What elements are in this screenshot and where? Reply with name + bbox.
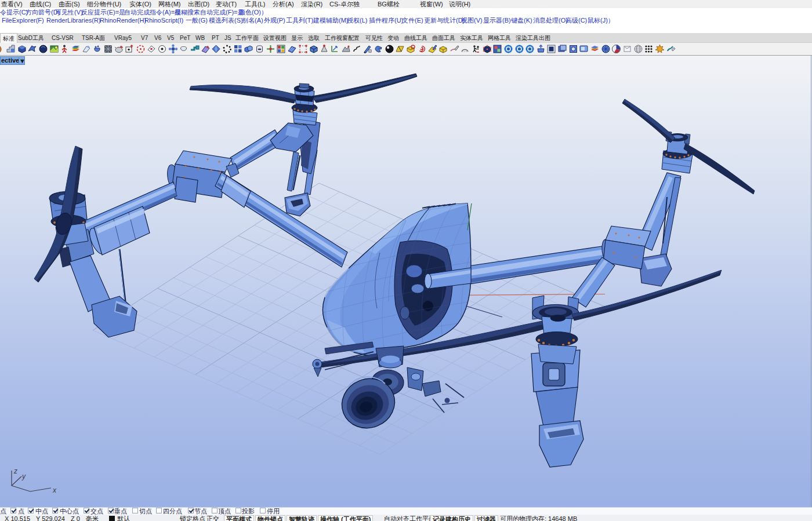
- svg-text:y: y: [21, 472, 26, 480]
- svg-text:z: z: [13, 467, 17, 475]
- svg-text:x: x: [52, 486, 57, 494]
